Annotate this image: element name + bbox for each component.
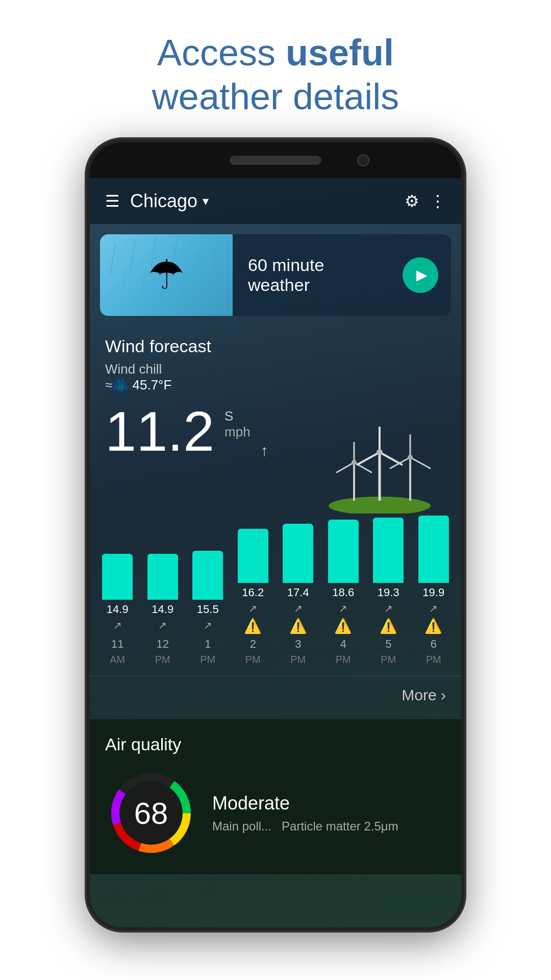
wind-bar <box>283 524 313 583</box>
svg-line-0 <box>110 244 115 275</box>
wind-speed-unit: mph <box>224 424 251 440</box>
wind-chill-icon: ≈🧥 <box>105 377 133 393</box>
wind-warning-icon: ⚠️ <box>289 618 307 634</box>
wind-bars-chart: 14.9↗11AM14.9↗12PM15.5↗1PM16.2↗⚠️2PM17.4… <box>90 516 461 666</box>
wind-bar <box>147 554 178 600</box>
wind-time-period: PM <box>381 654 396 666</box>
svg-line-5 <box>212 244 217 275</box>
wind-bar-value: 19.3 <box>378 586 399 599</box>
svg-point-21 <box>377 449 383 455</box>
hamburger-icon[interactable]: ☰ <box>105 191 120 211</box>
wind-bar <box>418 516 449 583</box>
wind-time-period: PM <box>336 654 351 666</box>
wind-bar-direction-icon: ↗ <box>429 602 438 615</box>
air-quality-section: Air quality <box>90 719 461 874</box>
air-quality-content: 68 Moderate Main poll... Particle matter… <box>105 767 446 859</box>
header-line1: Access <box>157 32 286 73</box>
wind-bar-direction-icon: ↗ <box>158 619 167 631</box>
page-header: Access useful weather details <box>132 0 419 139</box>
wind-bar-col: 17.4↗⚠️3PM <box>276 524 321 666</box>
wind-direction-label: S <box>224 408 251 424</box>
phone-camera <box>357 154 369 166</box>
svg-line-7 <box>141 267 146 298</box>
aqi-value: 68 <box>134 795 168 830</box>
wind-main-area: 11.2 S mph ↑ <box>105 403 446 516</box>
wind-warning-icon: ⚠️ <box>334 618 352 634</box>
compass-arrow-icon: ↑ <box>261 442 268 459</box>
svg-line-4 <box>197 239 202 270</box>
wind-bar-direction-icon: ↗ <box>384 602 393 615</box>
wind-bar <box>102 554 133 600</box>
svg-line-6 <box>120 270 126 301</box>
aqi-detail-label: Main poll... <box>212 819 271 834</box>
svg-line-14 <box>336 462 354 473</box>
more-options-icon[interactable]: ⋮ <box>430 191 446 211</box>
wind-time-hour: 4 <box>340 638 346 651</box>
wind-bar-value: 15.5 <box>197 603 219 616</box>
weather-card[interactable]: ☂ 60 minute weather <box>100 234 451 316</box>
wind-bar-direction-icon: ↗ <box>294 602 303 615</box>
phone-speaker <box>230 156 321 165</box>
wind-bar-direction-icon: ↗ <box>113 619 122 631</box>
wind-warning-icon: ⚠️ <box>424 618 442 634</box>
city-selector[interactable]: Chicago ▾ <box>130 190 394 212</box>
aqi-gauge: 68 <box>105 767 197 859</box>
header-bold: useful <box>286 32 394 73</box>
play-button[interactable] <box>403 257 438 293</box>
svg-line-10 <box>202 267 207 298</box>
dropdown-arrow-icon: ▾ <box>203 194 209 208</box>
aqi-label: Moderate <box>212 793 446 814</box>
city-name: Chicago <box>130 190 197 212</box>
wind-time-hour: 6 <box>431 638 437 651</box>
wind-chill-value: 45.7°F <box>133 377 172 393</box>
app-screen: ☰ Chicago ▾ ⚙ ⋮ <box>90 178 461 927</box>
weather-card-title: 60 minute weather <box>233 255 403 295</box>
wind-time-period: PM <box>200 654 215 666</box>
weather-card-image: ☂ <box>100 234 233 316</box>
nav-icons: ⚙ ⋮ <box>405 191 446 211</box>
aqi-detail-row: Main poll... Particle matter 2.5μm <box>212 819 446 834</box>
more-button[interactable]: More › <box>402 687 446 704</box>
wind-time-hour: 3 <box>295 638 301 651</box>
wind-chill-label: Wind chill <box>105 361 162 377</box>
wind-time-period: PM <box>426 654 441 666</box>
wind-bar <box>373 518 404 583</box>
wind-time-hour: 1 <box>205 638 211 651</box>
svg-line-19 <box>357 452 380 465</box>
wind-speed-number: 11.2 <box>105 403 214 459</box>
wind-bar-col: 16.2↗⚠️2PM <box>231 529 276 666</box>
wind-bar-direction-icon: ↗ <box>339 602 347 615</box>
settings-icon[interactable]: ⚙ <box>405 191 419 211</box>
wind-chill-row: Wind chill ≈🧥 45.7°F <box>105 361 446 393</box>
wind-time-hour: 2 <box>250 638 256 651</box>
svg-line-1 <box>131 239 136 270</box>
wind-bar-value: 14.9 <box>107 603 129 616</box>
wind-time-period: PM <box>155 654 170 666</box>
air-quality-title: Air quality <box>105 734 446 754</box>
wind-bar-direction-icon: ↗ <box>248 602 257 615</box>
wind-bar <box>192 551 223 600</box>
wind-bar-value: 14.9 <box>152 603 173 616</box>
wind-forecast-section: Wind forecast Wind chill ≈🧥 45.7°F 11.2 … <box>90 326 461 516</box>
wind-bar-direction-icon: ↗ <box>204 619 212 631</box>
more-row: More › <box>90 676 461 714</box>
wind-time-hour: 5 <box>385 638 391 651</box>
wind-time-period: AM <box>110 654 125 666</box>
header-line2: weather details <box>152 76 399 117</box>
wind-warning-icon: ⚠️ <box>244 618 262 634</box>
svg-line-25 <box>410 457 431 469</box>
svg-point-26 <box>408 455 413 460</box>
wind-bar-value: 19.9 <box>422 586 444 599</box>
wind-bar <box>328 520 359 583</box>
wind-bar-col: 14.9↗11AM <box>95 554 140 666</box>
wind-bar <box>238 529 268 583</box>
wind-bar-col: 14.9↗12PM <box>140 554 186 666</box>
wind-bar-value: 18.6 <box>332 586 354 599</box>
phone-frame: ☰ Chicago ▾ ⚙ ⋮ <box>87 139 464 930</box>
wind-bar-col: 19.3↗⚠️5PM <box>366 518 411 666</box>
aqi-info: Moderate Main poll... Particle matter 2.… <box>212 793 446 834</box>
wind-time-hour: 12 <box>157 638 169 651</box>
wind-warning-icon: ⚠️ <box>380 618 397 634</box>
aqi-detail-value: Particle matter 2.5μm <box>282 819 398 834</box>
wind-time-hour: 11 <box>111 638 123 651</box>
